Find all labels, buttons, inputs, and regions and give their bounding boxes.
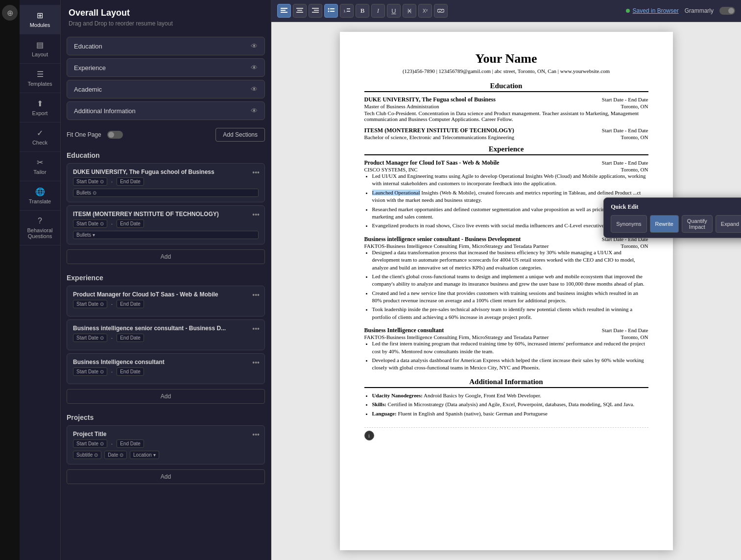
project-dates: Start Date ⊙ - End Date <box>73 439 259 448</box>
list-ol-button[interactable]: 1. <box>340 4 354 18</box>
eye-icon-education[interactable]: 👁 <box>251 42 258 50</box>
resume-experience-title: Experience <box>364 145 648 155</box>
bullet-item[interactable]: Developed a data analysis dashboard for … <box>372 357 648 372</box>
resume-contact[interactable]: (123)456-7890 | 123456789@gamil.com | ab… <box>364 68 648 74</box>
bullets-tag-duke[interactable]: Bullets ⊙ <box>73 189 259 197</box>
resume-name[interactable]: Your Name <box>364 51 648 66</box>
project-card-title: Project Title <box>73 431 259 438</box>
sidebar-item-export[interactable]: ⬆Export <box>20 93 60 122</box>
sidebar-item-label: Modules <box>30 22 50 28</box>
experience-section-title: Experience <box>67 274 265 282</box>
layout-row-label: Experience <box>74 64 106 72</box>
layout-row-experience[interactable]: Experience 👁 <box>67 58 265 77</box>
additional-item-1[interactable]: Skills: Certified in Microstrategy (Data… <box>372 401 648 408</box>
sidebar-item-tailor[interactable]: ✂Tailor <box>20 152 60 181</box>
check-icon: ✓ <box>37 128 43 138</box>
eye-icon-experience[interactable]: 👁 <box>251 64 258 72</box>
sidebar-item-modules[interactable]: ⊞Modules <box>20 5 60 34</box>
bullet-item[interactable]: Launched Operational Insights (Web & Mob… <box>372 189 648 204</box>
italic-button[interactable]: I <box>371 4 385 18</box>
quantify-impact-button[interactable]: Quantify Impact <box>682 215 713 233</box>
sidebar-item-check[interactable]: ✓Check <box>20 122 60 152</box>
exp-card-title-bi: Business Intelligence consultant <box>73 359 259 365</box>
panel-header: Overall Layout Drag and Drop to reorder … <box>61 0 271 31</box>
bullet-item[interactable]: Led the first intern training program th… <box>372 340 648 355</box>
fit-one-page-toggle[interactable] <box>107 131 123 139</box>
saved-in-browser-link[interactable]: Saved in Browser <box>633 7 679 14</box>
three-dots-project1[interactable]: ••• <box>252 431 260 438</box>
synonyms-button[interactable]: Synonyms <box>611 215 646 233</box>
three-dots-bi-senior[interactable]: ••• <box>252 325 260 333</box>
sidebar-item-behavioral[interactable]: ?Behavioral Questions <box>20 211 60 245</box>
edu-degree-itesm: Bachelor of science, Electronic and Tele… <box>364 134 515 140</box>
bullet-item[interactable]: Led UI/UX and Engineering teams using Ag… <box>372 172 648 188</box>
exp-title-faktos-bi[interactable]: Business Intelligence consultant <box>364 327 444 334</box>
exp-card-title-bi-senior: Business intelligence senior consultant … <box>73 325 259 332</box>
exp-title-faktos-senior[interactable]: Business intelligence senior consultant … <box>364 236 521 243</box>
svg-rect-5 <box>296 12 303 13</box>
exp-company-cisco: CISCO SYSTEMS, INC <box>364 167 418 172</box>
additional-item-2[interactable]: Language: Fluent in English and Spanish … <box>372 410 648 417</box>
edu-date-itesm: Start Date - End Date <box>602 127 648 133</box>
three-dots-duke[interactable]: ••• <box>252 169 260 176</box>
quick-edit-buttons: Synonyms Rewrite Quantify Impact Expand … <box>611 215 741 233</box>
exp-company-faktos-senior: FAKTOS-Business Intelligence Consulting … <box>364 243 549 249</box>
sidebar-item-label: Check <box>32 140 48 146</box>
bullet-item[interactable]: Led the client's global cross-functional… <box>372 273 648 288</box>
layout-row-additional[interactable]: Additional Information 👁 <box>67 101 265 120</box>
start-date-tag[interactable]: Start Date ⊙ <box>73 177 107 186</box>
edu-card-title-itesm: ITESM (MONTERREY INSTITUTE OF TECHNOLOGY… <box>73 211 259 218</box>
three-dots-bi[interactable]: ••• <box>252 359 260 366</box>
edu-inst-duke[interactable]: DUKE UNIVERSITY, The Fugua school of Bus… <box>364 96 496 103</box>
exp-title-cisco[interactable]: Product Manager for Cloud IoT Saas - Web… <box>364 159 500 167</box>
expand-button[interactable]: Expand <box>716 215 741 233</box>
bold-button[interactable]: B <box>356 4 369 18</box>
end-date-tag-itesm[interactable]: End Date <box>117 219 144 228</box>
add-projects-button[interactable]: Add <box>67 469 265 484</box>
layout-row-academic[interactable]: Academic 👁 <box>67 80 265 98</box>
sidebar-item-templates[interactable]: ☰Templates <box>20 64 60 93</box>
date-tag-project[interactable]: Date ⊙ <box>104 451 127 459</box>
underline-button[interactable]: U <box>387 4 401 18</box>
edu-inst-itesm[interactable]: ITESM (MONTERREY INSTITUTE OF TECHNOLOGY… <box>364 127 514 134</box>
behavioral-icon: ? <box>38 217 42 225</box>
info-icon[interactable]: i <box>364 431 374 440</box>
experience-section: Experience ••• Product Manager for Cloud… <box>67 274 265 404</box>
superscript-button[interactable]: X² <box>418 4 432 18</box>
highlighted-text[interactable]: Launched Operational <box>372 190 420 195</box>
exp-card-title-pm: Product Manager for Cloud IoT Saas - Web… <box>73 291 259 298</box>
add-experience-button[interactable]: Add <box>67 389 265 404</box>
layout-row-education[interactable]: Education 👁 <box>67 37 265 55</box>
location-tag[interactable]: Location ▾ <box>130 451 159 459</box>
align-center-button[interactable] <box>293 4 307 18</box>
subtitle-tag[interactable]: Subtitle ⊙ <box>73 451 101 459</box>
rewrite-button[interactable]: Rewrite <box>650 215 679 233</box>
align-right-button[interactable] <box>309 4 322 18</box>
list-ul-button[interactable] <box>324 4 338 18</box>
additional-item-0[interactable]: Udacity Nanodegrees: Android Basics by G… <box>372 392 648 399</box>
strikethrough-button[interactable]: X <box>403 4 416 18</box>
additional-bullets: Udacity Nanodegrees: Android Basics by G… <box>372 392 648 417</box>
three-dots-pm[interactable]: ••• <box>252 291 260 299</box>
bullet-item[interactable]: Designed a data transformation process t… <box>372 249 648 271</box>
bullets-tag-itesm[interactable]: Bullets ▾ <box>73 231 259 239</box>
sidebar-item-layout[interactable]: ▤Layout <box>20 34 60 64</box>
add-education-button[interactable]: Add <box>67 249 265 264</box>
start-date-tag-itesm[interactable]: Start Date ⊙ <box>73 219 107 228</box>
app-logo[interactable]: ⊕ <box>2 5 18 21</box>
end-date-tag[interactable]: End Date <box>117 177 144 186</box>
link-button[interactable] <box>434 4 448 18</box>
sidebar-item-translate[interactable]: 🌐Translate <box>20 181 60 211</box>
sidebar-item-label: Tailor <box>33 169 46 175</box>
grammarly-toggle[interactable] <box>719 7 735 15</box>
bullet-item[interactable]: Created and led a new service line that … <box>372 290 648 305</box>
three-dots-itesm[interactable]: ••• <box>252 211 260 219</box>
eye-icon-additional[interactable]: 👁 <box>251 107 258 115</box>
bullet-item[interactable]: Took leadership inside the pre-sales tec… <box>372 306 648 321</box>
svg-rect-8 <box>312 12 319 13</box>
eye-icon-academic[interactable]: 👁 <box>251 85 258 93</box>
toolbar-right: Saved in Browser Grammarly <box>626 7 735 15</box>
add-sections-button[interactable]: Add Sections <box>215 128 265 142</box>
align-left-button[interactable] <box>277 4 291 18</box>
svg-point-9 <box>328 8 330 10</box>
